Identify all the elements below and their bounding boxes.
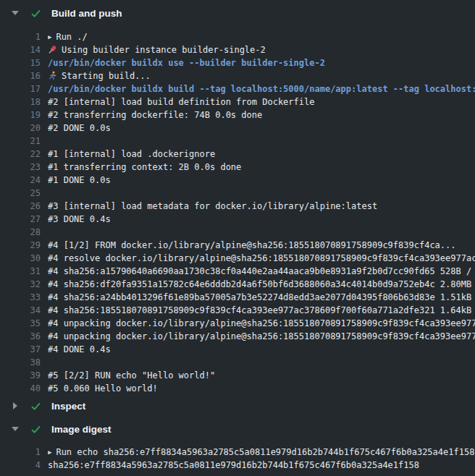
chevron-right-icon[interactable]	[12, 402, 19, 409]
line-number-link[interactable]: 32	[0, 278, 41, 291]
line-number-link[interactable]: 1	[0, 446, 41, 459]
log-text	[48, 356, 475, 369]
log-line: 32#4 sha256:df20fa9351a15782c64e6dddb2d4…	[0, 278, 475, 291]
log-line: 33#4 sha256:a24bb4013296f61e89ba57005a7b…	[0, 291, 475, 304]
log-line: 36#4 unpacking docker.io/library/alpine@…	[0, 330, 475, 343]
log-line: 25	[0, 187, 475, 200]
line-number-link[interactable]: 19	[0, 109, 41, 122]
command-log-text: /usr/bin/docker buildx use --builder bui…	[48, 56, 475, 69]
line-number-link[interactable]: 24	[0, 174, 41, 187]
line-number-link[interactable]: 20	[0, 122, 41, 135]
log-line: 29#4 [1/2] FROM docker.io/library/alpine…	[0, 239, 475, 252]
log-text[interactable]: ▶Run echo sha256:e7ff8834a5963a2785c5a08…	[48, 446, 475, 459]
log-text	[48, 187, 475, 200]
section-header-image-digest[interactable]: Image digest	[0, 420, 475, 438]
line-number-link[interactable]: 27	[0, 213, 41, 226]
log-line: 39#5 [2/2] RUN echo "Hello world!"	[0, 369, 475, 382]
line-number-link[interactable]: 40	[0, 382, 41, 395]
section-title: Image digest	[51, 424, 112, 435]
line-number-link[interactable]: 39	[0, 369, 41, 382]
section-title: Inspect	[51, 401, 85, 412]
log-line: 21	[0, 135, 475, 148]
line-number-link[interactable]: 34	[0, 304, 41, 317]
log-text: #1 transferring context: 2B 0.0s done	[48, 161, 475, 174]
success-check-icon	[30, 401, 41, 412]
log-text: #3 DONE 0.4s	[48, 213, 475, 226]
chevron-down-icon[interactable]	[12, 11, 19, 15]
line-number-link[interactable]: 30	[0, 252, 41, 265]
line-number-link[interactable]: 35	[0, 317, 41, 330]
success-check-icon	[30, 8, 41, 19]
log-line: 15/usr/bin/docker buildx use --builder b…	[0, 56, 475, 69]
line-number-link[interactable]: 18	[0, 95, 41, 109]
pushpin-icon	[48, 45, 57, 54]
log-text: sha256:e7ff8834a5963a2785c5a0811e979d16b…	[48, 459, 475, 472]
line-number-link[interactable]: 17	[0, 82, 41, 95]
section-header-build-and-push[interactable]: Build and push	[0, 0, 475, 26]
section-header-inspect[interactable]: Inspect	[0, 396, 475, 415]
chevron-down-icon[interactable]	[12, 427, 19, 431]
section-content-image-digest: 1▶Run echo sha256:e7ff8834a5963a2785c5a0…	[0, 438, 475, 473]
log-line: 16Starting build...	[0, 69, 475, 82]
log-text-content: #4 sha256:df20fa9351a15782c64e6dddb2d4a6…	[48, 279, 475, 289]
log-text[interactable]: ▶Run ./	[48, 30, 475, 43]
line-number-link[interactable]: 28	[0, 226, 41, 239]
log-line: 38	[0, 356, 475, 369]
log-text-content: #4 [1/2] FROM docker.io/library/alpine@s…	[48, 240, 456, 250]
log-line: 18#2 [internal] load build definition fr…	[0, 95, 475, 109]
log-text-content: #1 [internal] load .dockerignore	[48, 149, 215, 159]
log-text-content: #4 sha256:185518070891758909c9f839cf4ca3…	[48, 305, 475, 315]
line-number-link[interactable]: 37	[0, 343, 41, 356]
log-text-content: #1 DONE 0.0s	[48, 175, 111, 185]
log-line: 31#4 sha256:a15790640a6690aa1730c38cf0a4…	[0, 265, 475, 278]
log-text: Using builder instance builder-single-2	[48, 43, 475, 56]
log-text-content: #1 transferring context: 2B 0.0s done	[48, 162, 241, 172]
log-line: 34#4 sha256:185518070891758909c9f839cf4c…	[0, 304, 475, 317]
line-number-link[interactable]: 16	[0, 69, 41, 82]
line-number-link[interactable]: 26	[0, 200, 41, 213]
run-group-toggle-icon[interactable]: ▶	[48, 30, 51, 43]
line-number-link[interactable]: 33	[0, 291, 41, 304]
line-number-link[interactable]: 29	[0, 239, 41, 252]
success-check-icon	[30, 424, 41, 435]
log-line: 4sha256:e7ff8834a5963a2785c5a0811e979d16…	[0, 459, 475, 472]
line-number-link[interactable]: 31	[0, 265, 41, 278]
log-text: #4 DONE 0.4s	[48, 343, 475, 356]
log-line: 28	[0, 226, 475, 239]
log-line: 17/usr/bin/docker buildx build --tag loc…	[0, 82, 475, 95]
log-line: 20#2 DONE 0.0s	[0, 122, 475, 135]
line-number-link[interactable]: 36	[0, 330, 41, 343]
line-number-link[interactable]: 22	[0, 148, 41, 161]
run-group-toggle-icon[interactable]: ▶	[48, 446, 51, 459]
log-text: #2 transferring dockerfile: 74B 0.0s don…	[48, 109, 475, 122]
log-text: #3 [internal] load metadata for docker.i…	[48, 200, 475, 213]
log-text-content: Run echo sha256:e7ff8834a5963a2785c5a081…	[56, 447, 474, 457]
log-text: #2 [internal] load build definition from…	[48, 95, 475, 109]
runner-icon	[48, 71, 57, 80]
log-text: #4 unpacking docker.io/library/alpine@sh…	[48, 317, 475, 330]
log-text-content: #4 unpacking docker.io/library/alpine@sh…	[48, 331, 475, 341]
log-text: #1 [internal] load .dockerignore	[48, 148, 475, 161]
log-text: #1 DONE 0.0s	[48, 174, 475, 187]
log-text: #5 [2/2] RUN echo "Hello world!"	[48, 369, 475, 382]
log-line: 35#4 unpacking docker.io/library/alpine@…	[0, 317, 475, 330]
line-number-link[interactable]: 23	[0, 161, 41, 174]
log-line: 23#1 transferring context: 2B 0.0s done	[0, 161, 475, 174]
log-text-content: /usr/bin/docker buildx use --builder bui…	[48, 58, 325, 68]
log-text-content: sha256:e7ff8834a5963a2785c5a0811e979d16b…	[48, 460, 419, 470]
log-line: 26#3 [internal] load metadata for docker…	[0, 200, 475, 213]
line-number-link[interactable]: 15	[0, 56, 41, 69]
log-text: #4 unpacking docker.io/library/alpine@sh…	[48, 330, 475, 343]
log-line: 14Using builder instance builder-single-…	[0, 43, 475, 56]
line-number-link[interactable]: 21	[0, 135, 41, 148]
line-number-link[interactable]: 4	[0, 459, 41, 472]
log-line: 37#4 DONE 0.4s	[0, 343, 475, 356]
line-number-link[interactable]: 25	[0, 187, 41, 200]
log-text-content: #4 DONE 0.4s	[48, 344, 111, 354]
log-text-content: #5 [2/2] RUN echo "Hello world!"	[48, 370, 215, 381]
line-number-link[interactable]: 14	[0, 43, 41, 56]
log-text: #4 sha256:a24bb4013296f61e89ba57005a7b3e…	[48, 291, 475, 304]
line-number-link[interactable]: 38	[0, 356, 41, 369]
log-text-content: #2 DONE 0.0s	[48, 123, 111, 133]
line-number-link[interactable]: 1	[0, 30, 41, 43]
